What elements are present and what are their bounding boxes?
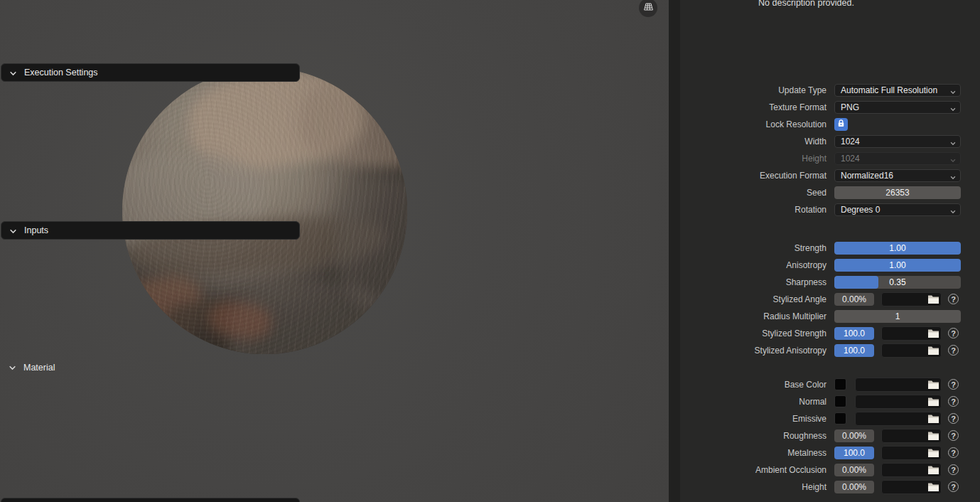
strength-slider[interactable]: 1.00 bbox=[834, 242, 961, 255]
emissive-swatch[interactable] bbox=[834, 412, 846, 424]
update-type-dropdown[interactable]: Automatic Full Resolution bbox=[834, 84, 961, 97]
stylized-angle-texture-slot[interactable] bbox=[881, 292, 942, 306]
help-icon[interactable]: ? bbox=[948, 413, 959, 424]
row-strength: Strength 1.00 bbox=[0, 240, 980, 257]
stylized-anisotropy-texture-slot[interactable] bbox=[881, 343, 942, 358]
row-label: Metalness bbox=[0, 444, 826, 461]
folder-icon[interactable] bbox=[927, 482, 939, 492]
base-color-texture-slot[interactable] bbox=[855, 378, 942, 392]
chevron-down-icon bbox=[9, 68, 18, 78]
chevron-down-icon bbox=[949, 173, 957, 180]
row-label: Sharpness bbox=[0, 274, 826, 291]
row-label: Update Type bbox=[0, 82, 826, 99]
anisotropy-slider[interactable]: 1.00 bbox=[834, 259, 961, 272]
normal-texture-slot[interactable] bbox=[855, 395, 942, 409]
stylized-strength-texture-slot[interactable] bbox=[881, 326, 942, 341]
folder-icon[interactable] bbox=[927, 414, 939, 424]
stylized-anisotropy-value[interactable]: 100.0 bbox=[834, 344, 874, 357]
row-label: Emissive bbox=[0, 410, 826, 427]
row-label: Normal bbox=[0, 393, 826, 410]
lock-resolution-toggle[interactable] bbox=[834, 118, 848, 131]
folder-icon[interactable] bbox=[927, 431, 939, 441]
row-label: Height bbox=[0, 479, 826, 496]
row-emissive: Emissive ? bbox=[0, 410, 980, 427]
stylized-strength-value[interactable]: 100.0 bbox=[834, 327, 874, 340]
subsection-header-material[interactable]: Material bbox=[1, 359, 300, 376]
help-icon[interactable]: ? bbox=[948, 345, 959, 356]
help-icon[interactable]: ? bbox=[948, 464, 959, 475]
row-label: Stylized Anisotropy bbox=[0, 342, 826, 359]
texture-format-dropdown[interactable]: PNG bbox=[834, 101, 961, 114]
help-icon[interactable]: ? bbox=[948, 379, 959, 390]
dropdown-value: 1024 bbox=[841, 154, 860, 164]
width-dropdown[interactable]: 1024 bbox=[834, 135, 961, 148]
stylized-angle-value[interactable]: 0.00% bbox=[834, 293, 874, 306]
emissive-texture-slot[interactable] bbox=[855, 412, 942, 426]
folder-icon[interactable] bbox=[927, 329, 939, 338]
dropdown-value: PNG bbox=[841, 102, 859, 112]
dropdown-value: Automatic Full Resolution bbox=[841, 85, 937, 95]
ambient-occlusion-texture-slot[interactable] bbox=[881, 463, 942, 477]
row-height-map: Height 0.00% ? bbox=[0, 479, 980, 496]
folder-icon[interactable] bbox=[927, 380, 939, 390]
folder-icon[interactable] bbox=[927, 397, 939, 407]
row-label: Height bbox=[0, 150, 826, 167]
slider-value: 0.35 bbox=[834, 276, 961, 289]
rotation-dropdown[interactable]: Degrees 0 bbox=[834, 203, 961, 216]
row-texture-format: Texture Format PNG bbox=[0, 99, 980, 116]
help-icon[interactable]: ? bbox=[948, 294, 959, 304]
normal-swatch[interactable] bbox=[834, 395, 846, 407]
node-description: No description provided. bbox=[680, 0, 932, 8]
roughness-value[interactable]: 0.00% bbox=[834, 429, 874, 442]
row-label: Lock Resolution bbox=[0, 116, 826, 133]
grid-floor-toggle-button[interactable] bbox=[639, 0, 657, 17]
base-color-swatch[interactable] bbox=[834, 378, 846, 390]
folder-icon[interactable] bbox=[927, 465, 939, 475]
metalness-value[interactable]: 100.0 bbox=[834, 447, 874, 459]
chevron-down-icon bbox=[949, 105, 957, 112]
row-base-color: Base Color ? bbox=[0, 376, 980, 393]
height-map-texture-slot[interactable] bbox=[881, 480, 942, 494]
chevron-down-icon bbox=[949, 207, 957, 214]
section-header-execution-settings[interactable]: Execution Settings bbox=[1, 63, 300, 82]
radius-multiplier-input[interactable]: 1 bbox=[834, 310, 961, 323]
row-sharpness: Sharpness 0.35 bbox=[0, 274, 980, 291]
folder-icon[interactable] bbox=[927, 346, 939, 356]
row-normal: Normal ? bbox=[0, 393, 980, 410]
help-icon[interactable]: ? bbox=[948, 328, 959, 338]
seed-input[interactable]: 26353 bbox=[834, 186, 961, 199]
execution-format-dropdown[interactable]: Normalized16 bbox=[834, 169, 961, 182]
folder-icon[interactable] bbox=[927, 448, 939, 458]
lock-icon bbox=[836, 118, 846, 131]
row-stylized-anisotropy: Stylized Anisotropy 100.0 ? bbox=[0, 342, 980, 359]
section-title: Execution Settings bbox=[24, 64, 98, 81]
height-map-value[interactable]: 0.00% bbox=[834, 481, 874, 493]
help-icon[interactable]: ? bbox=[948, 396, 959, 407]
row-stylized-strength: Stylized Strength 100.0 ? bbox=[0, 325, 980, 342]
row-label: Execution Format bbox=[0, 167, 826, 184]
dropdown-value: Normalized16 bbox=[841, 171, 893, 181]
row-label: Seed bbox=[0, 184, 826, 201]
sharpness-slider[interactable]: 0.35 bbox=[834, 276, 961, 289]
roughness-texture-slot[interactable] bbox=[881, 429, 942, 443]
help-icon[interactable]: ? bbox=[948, 447, 959, 458]
help-icon[interactable]: ? bbox=[948, 481, 959, 492]
row-seed: Seed 26353 bbox=[0, 184, 980, 201]
row-label: Anisotropy bbox=[0, 257, 826, 274]
section-header-partial[interactable] bbox=[1, 498, 300, 502]
row-radius-multiplier: Radius Multiplier 1 bbox=[0, 308, 980, 325]
row-ambient-occlusion: Ambient Occlusion 0.00% ? bbox=[0, 461, 980, 479]
row-label: Strength bbox=[0, 240, 826, 257]
row-anisotropy: Anisotropy 1.00 bbox=[0, 257, 980, 274]
chevron-down-icon bbox=[949, 139, 957, 146]
row-label: Width bbox=[0, 133, 826, 150]
row-label: Ambient Occlusion bbox=[0, 461, 826, 479]
chevron-down-icon bbox=[8, 363, 17, 372]
row-label: Rotation bbox=[0, 201, 826, 218]
folder-icon[interactable] bbox=[927, 294, 939, 304]
chevron-down-icon bbox=[949, 87, 957, 95]
section-header-inputs[interactable]: Inputs bbox=[1, 221, 300, 240]
metalness-texture-slot[interactable] bbox=[881, 446, 942, 460]
ambient-occlusion-value[interactable]: 0.00% bbox=[834, 464, 874, 476]
help-icon[interactable]: ? bbox=[948, 430, 959, 441]
